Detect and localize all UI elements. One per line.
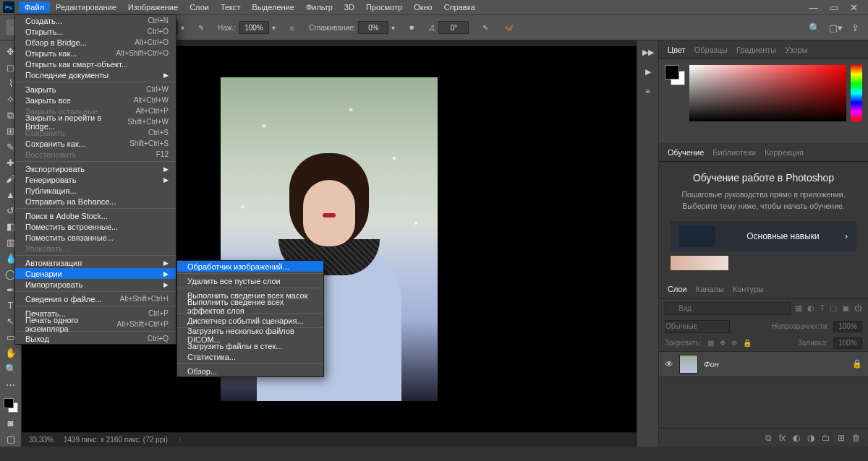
menu-item[interactable]: Генерировать▶: [15, 174, 176, 185]
menu-item[interactable]: Загрузить файлы в стек...: [177, 340, 323, 351]
menu-item[interactable]: Поместить встроенные...: [15, 221, 176, 232]
tab-layers[interactable]: Слои: [668, 285, 687, 293]
menu-item[interactable]: ВыходCtrl+Q: [15, 333, 176, 344]
properties-icon[interactable]: ≡: [645, 87, 650, 95]
menu-item[interactable]: Импортировать▶: [15, 279, 176, 290]
menu-item[interactable]: Обработчик изображений...: [177, 261, 323, 272]
menu-просмотр[interactable]: Просмотр: [360, 1, 408, 13]
menu-item[interactable]: Обзор...: [177, 366, 323, 376]
blend-mode-select[interactable]: [665, 320, 730, 333]
symmetry-icon[interactable]: 🦋: [502, 21, 515, 34]
group-icon[interactable]: 🗀: [822, 433, 830, 443]
pressure-opacity-icon[interactable]: ✎: [195, 21, 208, 34]
menu-item[interactable]: Поиск в Adobe Stock...: [15, 210, 176, 221]
zoom-tool[interactable]: 🔍: [2, 362, 20, 376]
menu-item[interactable]: Экспортировать▶: [15, 163, 176, 174]
menu-файл[interactable]: Файл: [19, 1, 50, 13]
airbrush-icon[interactable]: ⎋: [286, 21, 299, 34]
filter-smart-icon[interactable]: ▣: [842, 303, 849, 313]
delete-layer-icon[interactable]: 🗑: [852, 433, 861, 443]
color-field[interactable]: [689, 65, 846, 121]
layer-fill-input[interactable]: [833, 337, 862, 349]
tab-channels[interactable]: Каналы: [696, 285, 724, 293]
hand-tool[interactable]: ✋: [2, 346, 20, 361]
filter-shape-icon[interactable]: ▢: [830, 303, 837, 313]
angle-input[interactable]: [438, 21, 469, 34]
menu-текст[interactable]: Текст: [215, 1, 247, 13]
pressure-size-icon[interactable]: ✎: [479, 21, 492, 34]
screenmode-tool[interactable]: ▢: [2, 432, 20, 447]
minimize-icon[interactable]: ―: [809, 2, 818, 13]
menu-item[interactable]: Открыть...Ctrl+O: [15, 26, 176, 37]
filter-adjust-icon[interactable]: ◐: [807, 303, 814, 313]
menu-окно[interactable]: Окно: [408, 1, 438, 13]
color-swatch-tool[interactable]: [2, 397, 20, 415]
menu-справка[interactable]: Справка: [438, 1, 481, 13]
menu-item[interactable]: Загрузить несколько файлов DICOM...: [177, 329, 323, 340]
menu-item[interactable]: Автоматизация▶: [15, 257, 176, 268]
search-icon[interactable]: 🔍: [809, 22, 820, 33]
menu-item[interactable]: Закрыть и перейти в Bridge...Shift+Ctrl+…: [15, 116, 176, 127]
menu-item[interactable]: Закрыть всеAlt+Ctrl+W: [15, 95, 176, 105]
smoothing-input[interactable]: [358, 21, 388, 34]
link-layers-icon[interactable]: ⧉: [765, 433, 772, 443]
menu-item[interactable]: Диспетчер событий сценария...: [177, 315, 323, 326]
menu-слои[interactable]: Слои: [184, 1, 215, 13]
lock-position-icon[interactable]: ✥: [720, 339, 726, 347]
hue-strip[interactable]: [851, 65, 862, 121]
close-icon[interactable]: ✕: [850, 2, 858, 13]
menu-3d[interactable]: 3D: [339, 1, 360, 13]
lock-all-icon[interactable]: 🔒: [743, 339, 752, 347]
tab-libraries[interactable]: Библиотеки: [712, 148, 756, 157]
menu-item[interactable]: Сценарии▶: [15, 268, 176, 279]
menu-фильтр[interactable]: Фильтр: [300, 1, 339, 13]
zoom-value[interactable]: 33,33%: [29, 436, 54, 444]
history-icon[interactable]: ▶▶: [642, 48, 654, 57]
lock-artboard-icon[interactable]: ⊕: [731, 339, 737, 347]
tab-color[interactable]: Цвет: [668, 46, 686, 54]
workspace-icon[interactable]: ▢▾: [829, 22, 843, 33]
adjustment-icon[interactable]: ◑: [807, 433, 814, 443]
flow-input[interactable]: [239, 21, 269, 34]
menu-item[interactable]: Выполнить сведение всех эффектов слоя: [177, 301, 323, 311]
layer-thumbnail[interactable]: [679, 355, 698, 374]
menu-редактирование[interactable]: Редактирование: [50, 1, 122, 13]
edit-toolbar[interactable]: ⋯: [2, 378, 20, 392]
menu-item[interactable]: Публикация...: [15, 185, 176, 196]
tab-swatches[interactable]: Образцы: [694, 46, 728, 54]
tab-adjustments[interactable]: Коррекция: [765, 148, 804, 157]
visibility-icon[interactable]: 👁: [665, 359, 673, 369]
menu-item[interactable]: Печать одного экземпляраAlt+Shift+Ctrl+P: [15, 319, 176, 329]
menu-item[interactable]: Обзор в Bridge...Alt+Ctrl+O: [15, 37, 176, 48]
menu-item[interactable]: Создать...Ctrl+N: [15, 15, 176, 26]
menu-item[interactable]: Открыть как смарт-объект...: [15, 59, 176, 69]
menu-изображение[interactable]: Изображение: [122, 1, 184, 13]
menu-item[interactable]: Удалить все пустые слои: [177, 275, 323, 286]
smoothing-options-icon[interactable]: ✸: [405, 21, 418, 34]
menu-item[interactable]: Последние документы▶: [15, 69, 176, 80]
menu-выделение[interactable]: Выделение: [247, 1, 300, 13]
mask-icon[interactable]: ◐: [793, 433, 800, 443]
menu-item[interactable]: Открыть как...Alt+Shift+Ctrl+O: [15, 48, 176, 59]
tab-patterns[interactable]: Узоры: [785, 46, 807, 54]
menu-item[interactable]: Сохранить как...Shift+Ctrl+S: [15, 138, 176, 149]
menu-item[interactable]: Сведения о файле...Alt+Shift+Ctrl+I: [15, 293, 176, 304]
menu-item[interactable]: Поместить связанные...: [15, 232, 176, 243]
tab-gradients[interactable]: Градиенты: [736, 46, 776, 54]
tab-paths[interactable]: Контуры: [733, 285, 764, 293]
learn-card[interactable]: Основные навыки ›: [671, 221, 856, 251]
quickmask-tool[interactable]: ◙: [2, 416, 20, 431]
filter-type-icon[interactable]: T: [820, 303, 825, 313]
layer-opacity-input[interactable]: [833, 321, 862, 332]
layer-row[interactable]: 👁 Фон 🔒: [659, 351, 868, 377]
filter-pixel-icon[interactable]: ▦: [795, 303, 802, 313]
actions-icon[interactable]: ▶: [645, 67, 651, 77]
fx-icon[interactable]: fx: [779, 433, 786, 443]
learn-thumb[interactable]: [671, 256, 728, 270]
maximize-icon[interactable]: ▭: [830, 2, 838, 13]
share-icon[interactable]: ⇪: [851, 22, 859, 33]
filter-toggle-icon[interactable]: ⏻: [854, 303, 862, 313]
menu-item[interactable]: Статистика...: [177, 351, 323, 362]
tab-learn[interactable]: Обучение: [668, 148, 704, 157]
fg-bg-swatch[interactable]: [665, 65, 685, 85]
